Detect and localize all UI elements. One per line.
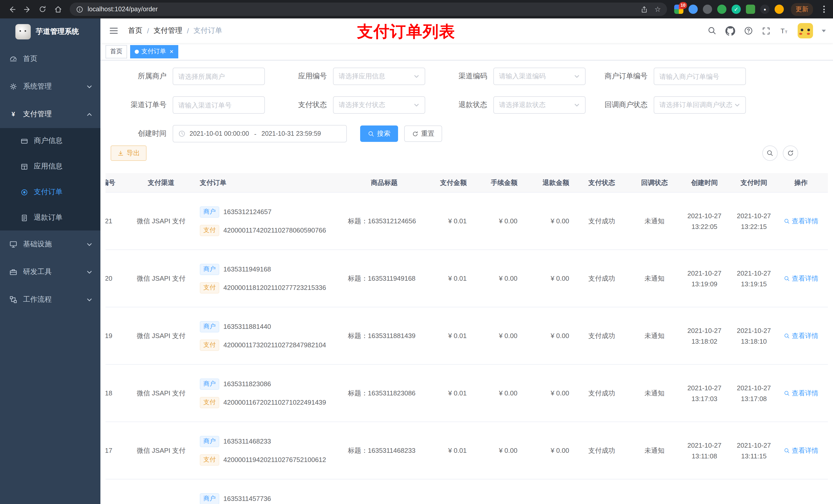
pay-order-cell: 商户1635311823086 支付4200001167202110271022…: [196, 378, 342, 408]
filter-label: 回调商户状态: [592, 100, 654, 110]
more-vertical-icon[interactable]: [820, 6, 828, 13]
extension-gray-icon[interactable]: [703, 5, 712, 14]
order-id: 17: [105, 447, 126, 454]
table-icon: [21, 163, 28, 170]
chevron-down-icon[interactable]: [822, 29, 826, 32]
table-toolbar: 导出: [111, 145, 828, 161]
merchant-tag: 商户: [200, 378, 219, 389]
refresh-button[interactable]: [783, 145, 798, 161]
back-icon[interactable]: [5, 3, 19, 16]
font-size-icon[interactable]: TT: [779, 26, 789, 35]
breadcrumb-home[interactable]: 首页: [128, 26, 142, 35]
view-detail-link[interactable]: 查看详情: [784, 331, 818, 340]
url-bar[interactable]: localhost:1024/pay/order ☆: [70, 3, 667, 16]
sidebar-logo[interactable]: 芋道管理系统: [0, 19, 100, 45]
sidebar-item-pay[interactable]: ¥ 支付管理: [0, 100, 100, 128]
sidebar-item-pay-order[interactable]: 支付订单: [0, 179, 100, 205]
share-icon[interactable]: [641, 5, 648, 13]
channel-code-select[interactable]: 请输入渠道编码: [493, 68, 586, 85]
refund-amount: ¥ 0.00: [523, 389, 574, 397]
export-button[interactable]: 导出: [111, 145, 146, 161]
search-icon[interactable]: [708, 26, 717, 35]
pay-status-select[interactable]: 请选择支付状态: [333, 96, 425, 114]
pay-amount: ¥ 0.01: [427, 274, 472, 282]
view-detail-link[interactable]: 查看详情: [784, 388, 818, 398]
pay-order-cell: 商户1635312124657 支付4200001174202110278060…: [196, 206, 342, 236]
question-icon[interactable]: [744, 26, 753, 35]
chevron-down-icon: [87, 269, 92, 275]
github-icon[interactable]: [725, 26, 735, 35]
merchant-order-no: 1635311949168: [223, 265, 271, 273]
merchant-order-no-input[interactable]: [654, 68, 746, 85]
chevron-down-icon: [413, 73, 420, 79]
extension-chat-icon[interactable]: [746, 5, 755, 14]
magnifier-icon: [784, 218, 790, 224]
reload-icon[interactable]: [36, 3, 49, 16]
merchant-order-no: 1635311823086: [223, 380, 271, 388]
sidebar-item-system[interactable]: 系统管理: [0, 73, 100, 100]
chevron-down-icon: [413, 102, 420, 108]
browser-update-button[interactable]: 更新: [791, 3, 813, 16]
chevron-down-icon: [87, 84, 92, 89]
page-content: 所属商户 应用编号 请选择应用信息 渠道编码 请输入渠道编码 商户订单编号: [100, 61, 833, 504]
view-detail-link[interactable]: 查看详情: [784, 216, 818, 225]
reset-button[interactable]: 重置: [404, 125, 442, 142]
refund-amount: ¥ 0.00: [523, 447, 574, 454]
dashboard-icon: [9, 55, 18, 63]
sidebar-item-merchant-info[interactable]: 商户信息: [0, 128, 100, 154]
browser-chrome: localhost:1024/pay/order ☆ 10 ✓ ● 更新: [0, 0, 833, 19]
sidebar-item-infrastructure[interactable]: 基础设施: [0, 231, 100, 258]
extension-green-icon[interactable]: [717, 5, 727, 14]
sidebar-item-home[interactable]: 首页: [0, 45, 100, 73]
sidebar-item-refund-order[interactable]: 退款订单: [0, 205, 100, 231]
search-button[interactable]: 搜索: [360, 125, 398, 142]
channel-order-no: 4200001167202110271022491439: [223, 399, 326, 406]
close-icon[interactable]: ×: [170, 48, 173, 55]
magnifier-icon: [784, 448, 790, 454]
chevron-up-icon: [87, 112, 92, 117]
bookmark-star-icon[interactable]: ☆: [654, 5, 661, 13]
user-avatar[interactable]: [798, 23, 813, 39]
merchant-input[interactable]: [173, 68, 265, 85]
pay-time-cell: 2021-10-2713:18:10: [729, 325, 779, 346]
fullscreen-icon[interactable]: [762, 26, 770, 35]
pay-channel: 微信 JSAPI 支付: [126, 274, 196, 283]
hamburger-icon[interactable]: [106, 24, 121, 38]
tab-home[interactable]: 首页: [105, 45, 127, 58]
callback-status-select[interactable]: 请选择订单回调商户状态: [654, 96, 746, 114]
gear-icon: [9, 82, 18, 91]
channel-order-no-input[interactable]: [173, 96, 265, 114]
logo-image: [15, 24, 31, 40]
extension-face-icon[interactable]: [775, 5, 784, 14]
pay-amount: ¥ 0.01: [427, 217, 472, 225]
refund-status-select[interactable]: 请选择退款状态: [493, 96, 586, 114]
page-annotation: 支付订单列表: [357, 21, 455, 43]
home-icon[interactable]: [51, 3, 65, 16]
toggle-search-button[interactable]: [762, 145, 778, 161]
extension-pin-icon[interactable]: ●: [760, 5, 769, 14]
view-detail-link[interactable]: 查看详情: [784, 274, 818, 283]
pay-time-cell: 2021-10-2713:17:08: [729, 382, 779, 404]
extension-colorful-icon[interactable]: 10: [674, 5, 684, 14]
view-detail-link[interactable]: 查看详情: [784, 446, 818, 455]
info-icon[interactable]: [76, 5, 84, 13]
tab-pay-order[interactable]: 支付订单×: [130, 45, 178, 58]
sidebar-item-app-info[interactable]: 应用信息: [0, 154, 100, 179]
app-select[interactable]: 请选择应用信息: [333, 68, 425, 85]
table-row: 20 微信 JSAPI 支付 商户1635311949168 支付4200001…: [105, 250, 828, 307]
url-text: localhost:1024/pay/order: [88, 6, 158, 13]
breadcrumb-section[interactable]: 支付管理: [154, 26, 182, 35]
sidebar-item-workflow[interactable]: 工作流程: [0, 286, 100, 313]
pay-tag: 支付: [200, 282, 219, 293]
refresh-icon: [412, 130, 419, 137]
sidebar-item-dev-tools[interactable]: 研发工具: [0, 258, 100, 286]
forward-icon[interactable]: [21, 3, 34, 16]
extension-check-icon[interactable]: ✓: [732, 5, 741, 14]
fee-amount: ¥ 0.00: [472, 274, 523, 282]
document-icon: [21, 214, 28, 221]
pay-time-cell: 2021-10-2713:19:15: [729, 268, 779, 289]
create-time-range-picker[interactable]: 2021-10-01 00:00:00 - 2021-10-31 23:59:5…: [173, 125, 347, 142]
product-title: 标题：1635311881439: [342, 331, 427, 340]
extension-drop-icon[interactable]: [689, 5, 698, 14]
table-row: 19 微信 JSAPI 支付 商户1635311881440 支付4200001…: [105, 307, 828, 365]
